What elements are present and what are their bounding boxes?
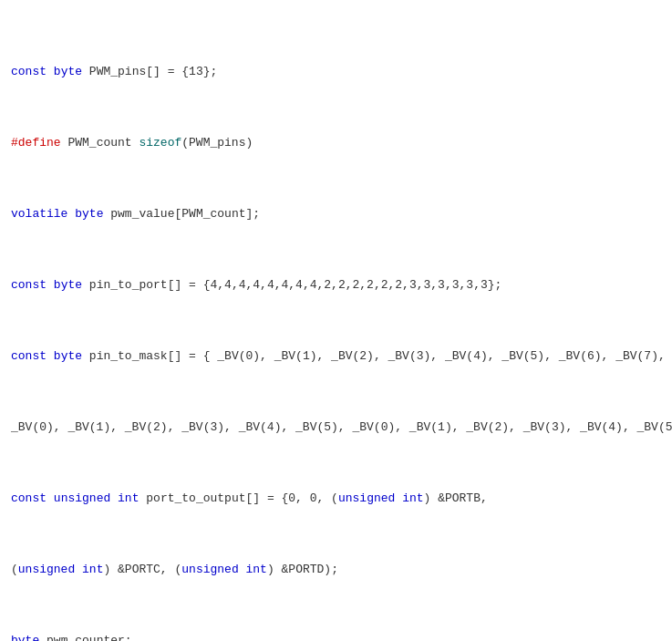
code-line-6: _BV(0), _BV(1), _BV(2), _BV(3), _BV(4), … xyxy=(11,419,661,437)
code-editor[interactable]: const byte PWM_pins[] = {13}; #define PW… xyxy=(0,0,672,641)
code-line-5: const byte pin_to_mask[] = { _BV(0), _BV… xyxy=(11,347,661,366)
code-line-1: const byte PWM_pins[] = {13}; xyxy=(11,63,661,81)
code-line-8: (unsigned int) &PORTC, (unsigned int) &P… xyxy=(11,561,661,579)
code-line-3: volatile byte pwm_value[PWM_count]; xyxy=(11,205,661,223)
code-line-9: byte pwm_counter; xyxy=(11,632,661,642)
code-line-7: const unsigned int port_to_output[] = {0… xyxy=(11,490,661,508)
code-line-4: const byte pin_to_port[] = {4,4,4,4,4,4,… xyxy=(11,276,661,295)
code-line-2: #define PWM_count sizeof(PWM_pins) xyxy=(11,134,661,152)
